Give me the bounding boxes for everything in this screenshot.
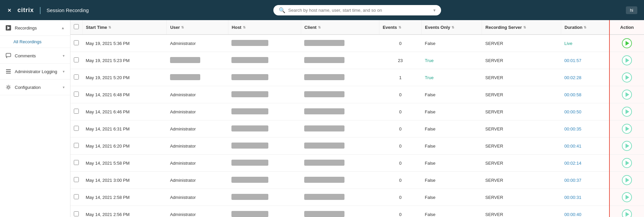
table-row: May 14, 2021 5:58 PMAdministrator0FalseS… — [70, 155, 644, 172]
play-button[interactable] — [622, 124, 632, 134]
row-duration[interactable]: 00:00:50 — [561, 103, 610, 120]
row-recording-server: SERVER — [482, 69, 561, 86]
user-blurred — [170, 57, 200, 63]
play-button[interactable] — [622, 158, 632, 168]
host-blurred — [231, 108, 268, 114]
select-all-checkbox[interactable] — [74, 24, 79, 29]
row-action — [609, 172, 644, 189]
play-button[interactable] — [622, 141, 632, 151]
row-checkbox[interactable] — [74, 92, 79, 97]
row-duration[interactable]: Live — [561, 35, 610, 52]
client-sort-icon: ⇅ — [318, 25, 321, 29]
row-host — [228, 52, 301, 69]
play-button[interactable] — [622, 72, 632, 83]
client-blurred — [304, 177, 344, 183]
row-duration[interactable]: 00:00:37 — [561, 172, 610, 189]
row-action — [609, 86, 644, 103]
th-client[interactable]: Client ⇅ — [301, 20, 379, 35]
row-checkbox-cell — [70, 35, 83, 52]
sidebar: Recordings ▲ All Recordings Comments ▾ — [0, 20, 70, 217]
play-icon — [5, 25, 11, 31]
row-client — [301, 189, 379, 206]
th-checkbox — [70, 20, 83, 35]
row-checkbox[interactable] — [74, 109, 79, 114]
client-blurred — [304, 125, 344, 131]
row-checkbox[interactable] — [74, 143, 79, 148]
sidebar-item-all-recordings[interactable]: All Recordings — [0, 36, 70, 48]
th-start-time-label: Start Time — [86, 25, 107, 30]
row-client — [301, 206, 379, 217]
play-button[interactable] — [622, 209, 632, 217]
row-action — [609, 155, 644, 172]
row-host — [228, 35, 301, 52]
row-start-time: May 19, 2021 5:23 PM — [83, 52, 167, 69]
row-user: Administrator — [167, 189, 228, 206]
play-button[interactable] — [622, 107, 632, 117]
row-user: Administrator — [167, 155, 228, 172]
host-sort-icon: ⇅ — [243, 25, 246, 29]
row-start-time: May 14, 2021 6:31 PM — [83, 120, 167, 138]
play-triangle-icon — [626, 58, 629, 63]
play-button[interactable] — [622, 38, 632, 48]
play-triangle-icon — [626, 41, 629, 46]
row-action — [609, 138, 644, 155]
row-client — [301, 103, 379, 120]
sidebar-item-admin-logging[interactable]: Administrator Logging ▾ — [0, 64, 70, 79]
row-events: 0 — [379, 206, 421, 217]
sidebar-item-configuration[interactable]: Configuration ▾ — [0, 79, 70, 95]
sidebar-item-recordings[interactable]: Recordings ▲ — [0, 20, 70, 36]
row-events-only: False — [422, 206, 482, 217]
th-events-only[interactable]: Events Only ⇅ — [422, 20, 482, 35]
play-button[interactable] — [622, 175, 632, 185]
row-start-time: May 19, 2021 5:36 PM — [83, 35, 167, 52]
host-blurred — [231, 194, 268, 200]
row-events: 0 — [379, 189, 421, 206]
row-action — [609, 103, 644, 120]
row-checkbox[interactable] — [74, 211, 79, 216]
sidebar-item-comments[interactable]: Comments ▾ — [0, 48, 70, 64]
search-dropdown-icon[interactable]: ▾ — [433, 8, 436, 13]
row-checkbox-cell — [70, 138, 83, 155]
row-checkbox[interactable] — [74, 194, 79, 199]
row-events: 1 — [379, 69, 421, 86]
row-duration[interactable]: 00:00:35 — [561, 120, 610, 138]
row-checkbox[interactable] — [74, 57, 79, 62]
row-duration[interactable]: 00:00:41 — [561, 138, 610, 155]
th-user[interactable]: User ⇅ — [167, 20, 228, 35]
row-checkbox[interactable] — [74, 126, 79, 131]
th-start-time[interactable]: Start Time ⇅ — [83, 20, 167, 35]
th-recording-server[interactable]: Recording Server ⇅ — [482, 20, 561, 35]
row-action — [609, 35, 644, 52]
row-events: 23 — [379, 52, 421, 69]
row-duration[interactable]: 00:00:31 — [561, 189, 610, 206]
play-triangle-icon — [626, 144, 629, 148]
table-row: May 19, 2021 5:36 PMAdministrator0FalseS… — [70, 35, 644, 52]
play-button[interactable] — [622, 55, 632, 65]
search-input[interactable] — [288, 8, 431, 13]
play-button[interactable] — [622, 90, 632, 100]
row-recording-server: SERVER — [482, 206, 561, 217]
th-duration[interactable]: Duration ⇅ — [561, 20, 610, 35]
row-checkbox[interactable] — [74, 177, 79, 182]
row-checkbox[interactable] — [74, 74, 79, 79]
play-triangle-icon — [626, 109, 629, 114]
client-blurred — [304, 211, 344, 217]
th-events[interactable]: Events ⇅ — [379, 20, 421, 35]
play-button[interactable] — [622, 192, 632, 202]
th-events-only-label: Events Only — [425, 25, 450, 30]
row-duration[interactable]: 00:00:58 — [561, 86, 610, 103]
search-bar[interactable]: 🔍 ▾ — [273, 5, 441, 15]
row-duration[interactable]: 00:02:14 — [561, 155, 610, 172]
duration-sort-icon: ⇅ — [584, 25, 586, 29]
row-duration[interactable]: 00:01:57 — [561, 52, 610, 69]
row-checkbox[interactable] — [74, 160, 79, 165]
row-events: 0 — [379, 138, 421, 155]
row-duration[interactable]: 00:00:40 — [561, 206, 610, 217]
row-action — [609, 52, 644, 69]
th-host[interactable]: Host ⇅ — [228, 20, 301, 35]
row-recording-server: SERVER — [482, 120, 561, 138]
row-duration[interactable]: 00:02:28 — [561, 69, 610, 86]
table-row: May 14, 2021 6:46 PMAdministrator0FalseS… — [70, 103, 644, 120]
client-blurred — [304, 194, 344, 200]
row-checkbox[interactable] — [74, 40, 79, 45]
